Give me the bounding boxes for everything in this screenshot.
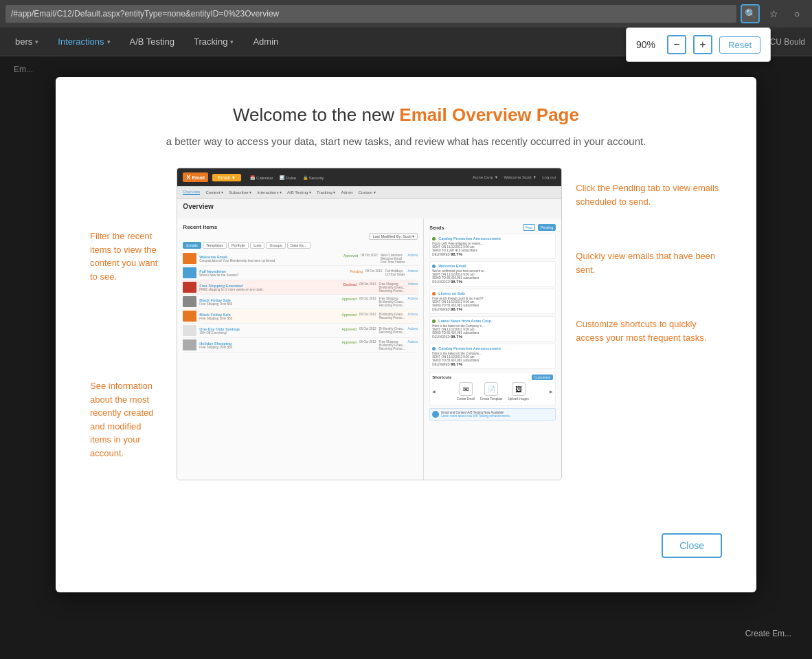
- nav-item-tracking[interactable]: Tracking ▾: [185, 32, 242, 51]
- zoom-reset-button[interactable]: Reset: [719, 36, 760, 54]
- inner-screenshot-preview: X Email Email ▼ 📅 Calendar 📊 Pulse 🔒 Sec…: [177, 168, 562, 480]
- nav-right-text: CU Bould: [770, 37, 805, 47]
- main-area: Em... Welcome to the new Email Overview …: [0, 56, 812, 659]
- zoom-minus-button[interactable]: −: [667, 35, 686, 54]
- nav-item-interactions[interactable]: Interactions ▾: [49, 32, 118, 51]
- modal-subtitle: a better way to access your data, start …: [90, 135, 722, 147]
- filter-annotation: Filter the recent items to view the cont…: [90, 230, 163, 283]
- url-bar: /#app/Email/C12/Default.aspx?entityType=…: [5, 5, 736, 23]
- chevron-icon: ▾: [230, 38, 234, 45]
- nav-item-abtesting[interactable]: A/B Testing: [122, 32, 183, 51]
- search-icon[interactable]: 🔍: [741, 4, 760, 23]
- star-icon[interactable]: ☆: [764, 4, 783, 23]
- nav-item-admin[interactable]: Admin: [245, 32, 286, 51]
- inner-logo: X Email: [183, 172, 208, 182]
- create-label[interactable]: Create Em...: [745, 629, 791, 638]
- pending-annotation: Click the Pending tab to view emails sch…: [576, 181, 722, 208]
- chevron-icon: ▾: [107, 38, 111, 45]
- inner-breadcrumb: Email ▼: [212, 174, 241, 181]
- modal-title: Welcome to the new Email Overview Page: [90, 104, 722, 126]
- zoom-level: 90%: [636, 39, 660, 50]
- close-button[interactable]: Close: [662, 533, 722, 558]
- recent-annotation: See information about the most recently …: [90, 379, 163, 460]
- sent-annotation: Quickly view emails that have been sent.: [576, 249, 722, 276]
- zoom-popup: 90% − + Reset: [626, 27, 771, 62]
- nav-item-bers[interactable]: bers ▾: [7, 32, 47, 51]
- circle-icon[interactable]: ○: [787, 4, 807, 23]
- browser-bar: /#app/Email/C12/Default.aspx?entityType=…: [0, 0, 812, 27]
- zoom-plus-button[interactable]: +: [693, 35, 712, 54]
- customize-annotation: Customize shortcuts to quickly access yo…: [576, 317, 722, 344]
- welcome-modal: Welcome to the new Email Overview Page a…: [56, 77, 756, 592]
- chevron-icon: ▾: [35, 38, 38, 45]
- email-breadcrumb: Em...: [14, 65, 33, 74]
